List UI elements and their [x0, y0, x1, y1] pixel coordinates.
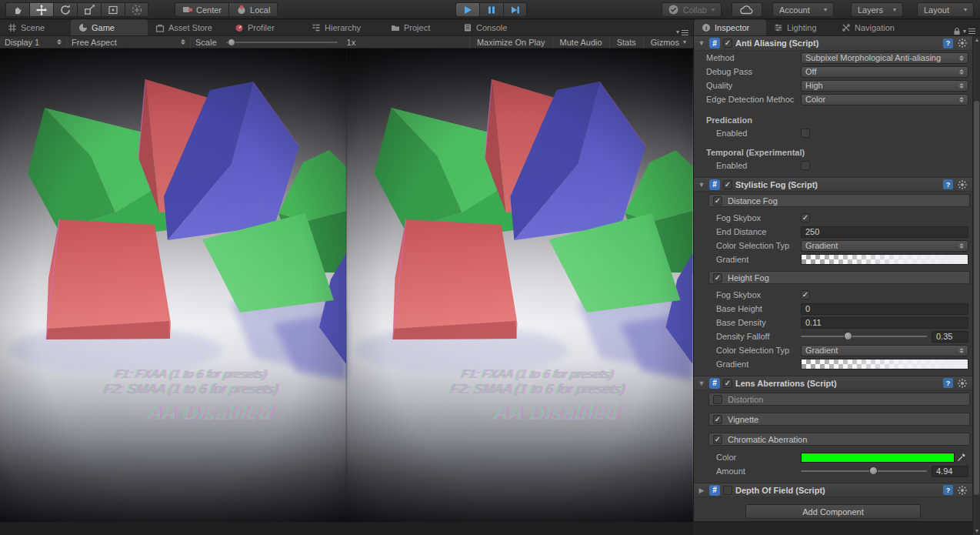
- tab-inspector[interactable]: i Inspector: [694, 19, 766, 35]
- quality-dropdown[interactable]: High: [801, 80, 968, 92]
- temporal-enabled-checkbox[interactable]: [801, 161, 810, 170]
- component-enabled-checkbox[interactable]: ✓: [723, 180, 732, 189]
- slider-thumb[interactable]: [844, 332, 852, 340]
- base-height-field[interactable]: 0: [801, 303, 968, 315]
- distortion-checkbox[interactable]: [713, 395, 722, 404]
- gizmos-dropdown[interactable]: Gizmos ▾: [643, 36, 693, 48]
- help-icon[interactable]: ?: [943, 38, 953, 48]
- subsection-distortion[interactable]: Distortion: [708, 393, 970, 406]
- pause-button[interactable]: [479, 2, 503, 17]
- layers-dropdown[interactable]: Layers ▾: [851, 2, 903, 17]
- scale-slider-thumb[interactable]: [228, 38, 235, 46]
- component-header-depth-of-field[interactable]: ▶ # Depth Of Field (Script) ?: [694, 483, 972, 497]
- tab-profiler[interactable]: Profiler: [227, 19, 304, 35]
- density-falloff-slider[interactable]: [801, 331, 927, 342]
- eyedropper-button[interactable]: [955, 452, 968, 463]
- rect-tool-button[interactable]: [101, 2, 125, 17]
- cloud-button[interactable]: [732, 2, 762, 17]
- tab-asset-store[interactable]: Asset Store: [148, 19, 227, 35]
- slider-thumb[interactable]: [869, 466, 878, 475]
- method-dropdown[interactable]: Subpixel Morphological Anti-aliasing: [801, 52, 968, 64]
- svg-text:i: i: [705, 25, 707, 32]
- add-component-button[interactable]: Add Component: [745, 504, 921, 519]
- chromatic-aberration-checkbox[interactable]: ✓: [713, 435, 722, 444]
- distance-fog-checkbox[interactable]: ✓: [713, 196, 722, 206]
- tab-navigation[interactable]: Navigation: [834, 19, 917, 35]
- display-dropdown[interactable]: Display 1: [0, 36, 66, 48]
- inspector-scrollbar[interactable]: ▲ ▼: [972, 36, 980, 535]
- scroll-up-arrow[interactable]: ▲: [973, 36, 980, 44]
- scroll-down-arrow[interactable]: ▼: [973, 527, 980, 535]
- help-icon[interactable]: ?: [943, 179, 953, 189]
- scrollbar-thumb[interactable]: [974, 101, 979, 495]
- gear-icon[interactable]: [957, 38, 968, 48]
- inspector-pane-menu[interactable]: ▾: [953, 27, 980, 35]
- game-render-view[interactable]: F1: FXAA (1 to 6 for presets) F1: FXAA (…: [0, 48, 693, 522]
- help-icon[interactable]: ?: [943, 378, 953, 388]
- edge-detection-dropdown[interactable]: Color: [801, 94, 968, 105]
- component-header-stylistic-fog[interactable]: ▼ # ✓ Stylistic Fog (Script) ?: [694, 177, 972, 192]
- left-pane-menu-button[interactable]: ▾: [676, 29, 693, 35]
- move-tool-button[interactable]: [29, 2, 53, 17]
- hand-tool-button[interactable]: [5, 2, 29, 17]
- layout-dropdown[interactable]: Layout ▾: [917, 2, 974, 17]
- color-swatch[interactable]: [801, 453, 955, 463]
- subsection-vignette[interactable]: ✓ Vignette: [708, 413, 970, 426]
- component-enabled-checkbox[interactable]: [723, 486, 732, 495]
- maximize-on-play-button[interactable]: Maximize On Play: [469, 36, 552, 48]
- tab-hierarchy[interactable]: Hierarchy: [304, 19, 383, 35]
- fog-skybox-checkbox[interactable]: ✓: [801, 213, 810, 222]
- gradient-preview[interactable]: [801, 254, 968, 265]
- tab-lighting[interactable]: Lighting: [766, 19, 834, 35]
- hierarchy-icon: [312, 23, 321, 32]
- subsection-chromatic-aberration[interactable]: ✓ Chromatic Aberration: [708, 433, 970, 446]
- debug-pass-dropdown[interactable]: Off: [801, 66, 968, 78]
- gear-icon[interactable]: [957, 179, 968, 190]
- subsection-height-fog[interactable]: ✓ Height Fog: [708, 271, 970, 284]
- gear-icon[interactable]: [957, 485, 968, 496]
- stats-button[interactable]: Stats: [609, 36, 643, 48]
- vignette-checkbox[interactable]: ✓: [713, 415, 722, 424]
- density-falloff-field[interactable]: 0.35: [932, 331, 968, 343]
- fog-skybox-checkbox[interactable]: ✓: [801, 290, 810, 299]
- transform-tool-button[interactable]: [125, 2, 148, 17]
- pivot-center-button[interactable]: Center: [175, 2, 228, 17]
- mute-audio-button[interactable]: Mute Audio: [552, 36, 609, 48]
- end-distance-field[interactable]: 250: [801, 226, 968, 238]
- rotate-tool-button[interactable]: [53, 2, 77, 17]
- field-value: 0.11: [805, 318, 822, 327]
- component-header-anti-aliasing[interactable]: ▼ # ✓ Anti Aliasing (Script) ?: [694, 36, 972, 51]
- component-enabled-checkbox[interactable]: ✓: [723, 379, 732, 388]
- predication-enabled-checkbox[interactable]: [801, 129, 810, 138]
- tab-project[interactable]: Project: [383, 19, 455, 35]
- tab-scene[interactable]: Scene: [0, 19, 71, 35]
- tab-console[interactable]: Console: [455, 19, 528, 35]
- amount-slider[interactable]: [801, 466, 927, 476]
- component-enabled-checkbox[interactable]: ✓: [723, 38, 732, 48]
- foldout-open-icon[interactable]: ▼: [697, 39, 706, 47]
- step-button[interactable]: [503, 2, 527, 17]
- subsection-distance-fog[interactable]: ✓ Distance Fog: [708, 194, 970, 207]
- help-icon[interactable]: ?: [943, 485, 953, 495]
- collab-dropdown[interactable]: Collab ▾: [662, 2, 722, 17]
- color-selection-dropdown[interactable]: Gradient: [801, 345, 968, 356]
- height-fog-checkbox[interactable]: ✓: [713, 273, 722, 283]
- color-selection-dropdown[interactable]: Gradient: [801, 240, 968, 252]
- pivot-local-button[interactable]: Local: [228, 2, 278, 17]
- scale-tool-button[interactable]: [77, 2, 101, 17]
- scale-slider[interactable]: [226, 42, 338, 43]
- base-density-field[interactable]: 0.11: [801, 317, 968, 329]
- play-button[interactable]: [455, 2, 479, 17]
- gradient-preview[interactable]: [801, 359, 968, 369]
- tab-game[interactable]: Game: [71, 19, 148, 35]
- aspect-dropdown-label: Free Aspect: [72, 38, 117, 47]
- account-dropdown[interactable]: Account ▾: [772, 2, 834, 17]
- foldout-closed-icon[interactable]: ▶: [697, 487, 706, 494]
- gear-icon[interactable]: [957, 378, 968, 389]
- foldout-open-icon[interactable]: ▼: [697, 380, 706, 387]
- component-header-lens-aberrations[interactable]: ▼ # ✓ Lens Aberrations (Script) ?: [694, 376, 972, 390]
- foldout-open-icon[interactable]: ▼: [697, 181, 706, 189]
- aspect-dropdown[interactable]: Free Aspect: [67, 36, 190, 48]
- amount-field[interactable]: 4.94: [932, 466, 968, 477]
- game-scene: F1: FXAA (1 to 6 for presets) F1: FXAA (…: [0, 48, 693, 522]
